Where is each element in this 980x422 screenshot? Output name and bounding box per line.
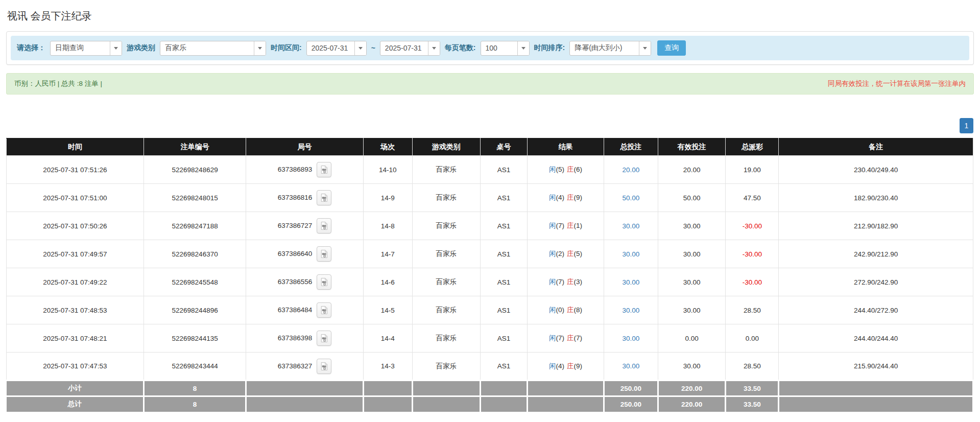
result-player-label: 闲 — [549, 166, 556, 173]
result-player-label: 闲 — [549, 362, 556, 370]
search-button[interactable]: 查询 — [657, 40, 686, 56]
cell-payout: 47.50 — [726, 184, 779, 212]
game-type-value: 百家乐 — [160, 41, 254, 55]
summary-row: 小计8250.00220.0033.50 — [7, 381, 973, 396]
cell-total-bet: 30.00 — [604, 353, 658, 381]
total-bet-link[interactable]: 30.00 — [622, 307, 639, 314]
cell-result: 闲(2)庄(5) — [528, 240, 604, 268]
cell-round-id: 637386556 — [246, 268, 363, 296]
result-player-score: (7) — [556, 278, 565, 286]
total-bet-link[interactable]: 30.00 — [622, 222, 639, 230]
table-row: 2025-07-31 07:47:53522698243444637386327… — [7, 353, 973, 381]
cell-round-id: 637386727 — [246, 212, 363, 240]
cell-session: 14-8 — [363, 212, 413, 240]
result-banker-score: (3) — [574, 278, 583, 286]
cell-result: 闲(7)庄(1) — [528, 212, 604, 240]
summary-count: 8 — [144, 381, 246, 396]
video-replay-button[interactable] — [317, 331, 331, 346]
cell-game-type: 百家乐 — [413, 212, 481, 240]
video-replay-button[interactable] — [317, 190, 331, 205]
query-type-select[interactable]: 日期查询 — [50, 41, 122, 56]
cell-time: 2025-07-31 07:51:00 — [7, 184, 144, 212]
total-bet-link[interactable]: 50.00 — [622, 194, 639, 202]
total-bet-link[interactable]: 30.00 — [622, 362, 639, 370]
bet-records-table: 时间注单编号局号场次游戏类别桌号结果总投注有效投注总派彩备注 2025-07-3… — [6, 138, 974, 413]
date-to-input[interactable]: 2025-07-31 — [380, 41, 440, 56]
column-header: 游戏类别 — [413, 138, 481, 156]
summary-valid-bet: 220.00 — [658, 381, 726, 396]
result-player-score: (0) — [556, 306, 565, 314]
video-replay-button[interactable] — [317, 162, 331, 177]
table-row: 2025-07-31 07:51:00522698248015637386816… — [7, 184, 973, 212]
cell-payout: -30.00 — [726, 268, 779, 296]
cell-session: 14-3 — [363, 353, 413, 381]
query-type-label: 请选择： — [17, 43, 45, 53]
cell-game-type: 百家乐 — [413, 184, 481, 212]
cell-session: 14-10 — [363, 156, 413, 184]
video-file-icon — [320, 361, 328, 371]
cell-table-no: AS1 — [480, 184, 528, 212]
page-button-1[interactable]: 1 — [960, 118, 973, 133]
cell-time: 2025-07-31 07:49:57 — [7, 240, 144, 268]
video-replay-button[interactable] — [317, 274, 331, 290]
round-id: 637386484 — [278, 306, 313, 314]
total-bet-link[interactable]: 30.00 — [622, 335, 639, 342]
cell-session: 14-9 — [363, 184, 413, 212]
page: 视讯 会员下注纪录 请选择： 日期查询 游戏类别 百家乐 时间区间: 2025-… — [0, 0, 980, 422]
pagination: 1 — [6, 118, 973, 133]
video-replay-button[interactable] — [317, 218, 331, 233]
table-row: 2025-07-31 07:49:22522698245548637386556… — [7, 268, 973, 296]
cell-payout: 28.50 — [726, 296, 779, 324]
page-size-select[interactable]: 100 — [481, 41, 530, 56]
cell-bet-id: 522698246370 — [144, 240, 246, 268]
cell-valid-bet: 30.00 — [658, 212, 726, 240]
table-row: 2025-07-31 07:50:26522698247188637386727… — [7, 212, 973, 240]
column-header: 结果 — [528, 138, 604, 156]
cell-table-no: AS1 — [480, 240, 528, 268]
video-replay-button[interactable] — [317, 302, 331, 318]
chevron-down-icon[interactable] — [428, 41, 440, 55]
date-from-input[interactable]: 2025-07-31 — [306, 41, 367, 56]
payout-value: 28.50 — [744, 307, 761, 314]
cell-time: 2025-07-31 07:50:26 — [7, 212, 144, 240]
date-from-value: 2025-07-31 — [307, 41, 354, 55]
chevron-down-icon[interactable] — [517, 41, 529, 55]
column-header: 有效投注 — [658, 138, 726, 156]
total-bet-link[interactable]: 30.00 — [622, 250, 639, 258]
chevron-down-icon[interactable] — [354, 41, 366, 55]
cell-bet-id: 522698244135 — [144, 324, 246, 353]
cell-time: 2025-07-31 07:49:22 — [7, 268, 144, 296]
result-banker-label: 庄 — [567, 362, 574, 370]
cell-round-id: 637386640 — [246, 240, 363, 268]
total-bet-link[interactable]: 20.00 — [622, 166, 639, 174]
table-row: 2025-07-31 07:49:57522698246370637386640… — [7, 240, 973, 268]
cell-round-id: 637386327 — [246, 353, 363, 381]
result-banker-label: 庄 — [567, 278, 574, 286]
chevron-down-icon[interactable] — [254, 41, 266, 55]
cell-game-type: 百家乐 — [413, 156, 481, 184]
column-header: 总派彩 — [726, 138, 779, 156]
round-id: 637386327 — [278, 362, 313, 369]
video-replay-button[interactable] — [317, 246, 331, 262]
time-sort-select[interactable]: 降幂(由大到小) — [569, 41, 651, 56]
total-bet-link[interactable]: 30.00 — [622, 278, 639, 286]
chevron-down-icon[interactable] — [110, 41, 122, 55]
summary-payout: 33.50 — [726, 381, 779, 396]
payout-value: 47.50 — [744, 194, 761, 202]
summary-note: 同局有效投注，统一计算在该局第一张注单内 — [828, 79, 966, 88]
chevron-down-icon[interactable] — [639, 41, 651, 55]
video-file-icon — [320, 277, 328, 287]
summary-label: 总计 — [7, 396, 144, 412]
payout-value: -30.00 — [743, 250, 762, 258]
video-replay-button[interactable] — [317, 359, 331, 374]
round-id: 637386893 — [278, 166, 313, 173]
result-player-label: 闲 — [549, 222, 556, 229]
result-player-label: 闲 — [549, 194, 556, 201]
summary-valid-bet: 220.00 — [658, 396, 726, 412]
cell-remark: 230.40/249.40 — [779, 156, 973, 184]
date-range-separator: ~ — [371, 44, 375, 52]
video-file-icon — [320, 333, 328, 343]
summary-bar: 币别：人民币 | 总共 :8 注单 | 同局有效投注，统一计算在该局第一张注单内 — [6, 73, 974, 95]
game-type-select[interactable]: 百家乐 — [160, 41, 266, 56]
cell-round-id: 637386484 — [246, 296, 363, 324]
